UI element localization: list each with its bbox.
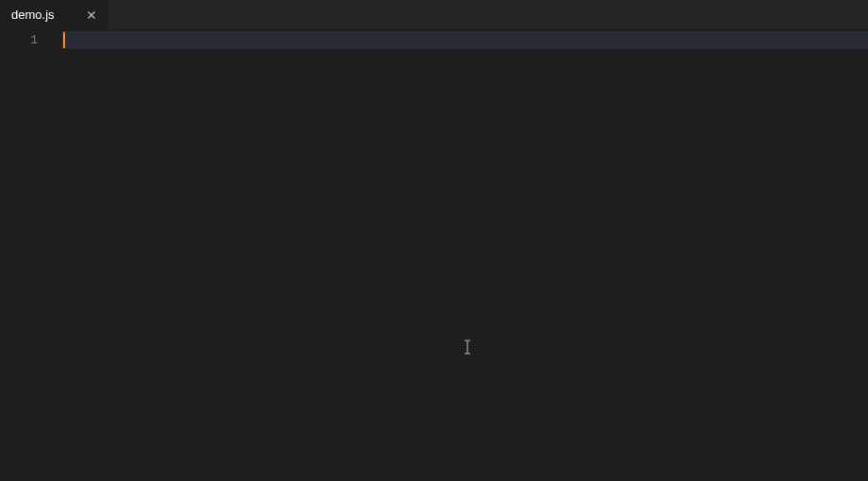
editor-caret	[63, 32, 65, 48]
line-number-gutter: 1	[0, 29, 62, 481]
tab-bar: demo.js	[0, 0, 868, 29]
current-line-highlight	[62, 31, 868, 49]
line-number: 1	[0, 31, 62, 49]
tab-demo-js[interactable]: demo.js	[0, 0, 109, 29]
tab-label: demo.js	[11, 8, 76, 22]
editor-area: 1	[0, 29, 868, 481]
code-editor[interactable]	[62, 29, 868, 481]
close-icon[interactable]	[84, 8, 99, 23]
